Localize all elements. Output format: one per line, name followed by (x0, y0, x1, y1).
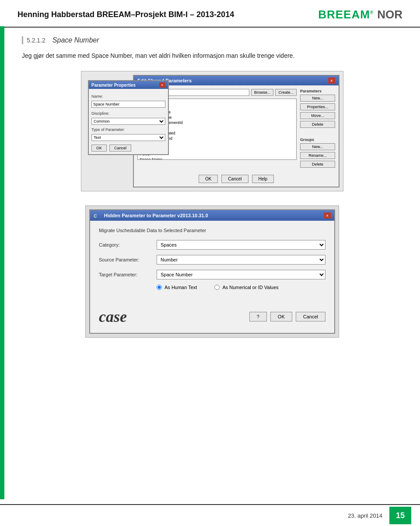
hp-dialog: c Hidden Parameter to Parameter v2013.10… (89, 209, 335, 334)
param-type-label: Type of Parameter: (91, 127, 165, 132)
page-footer: 23. april 2014 15 (0, 504, 420, 526)
esp-parameters-label: Parameters (300, 89, 335, 93)
hp-question-button[interactable]: ? (249, 312, 267, 321)
param-props-dialog: Parameter Properties × Name: Discipline:… (88, 80, 169, 155)
esp-footer-cancel-button[interactable]: Cancel (221, 175, 248, 183)
hp-header-icon: c (94, 212, 97, 219)
body-text: Jeg gjør det samme med Space Number, man… (22, 51, 402, 60)
section-number: 5.2.1.2 (27, 37, 46, 44)
breeam-logo-nor: NOR (377, 8, 402, 21)
header: Henning Habberstad BREEAM–Prosjekt BIM-I… (0, 0, 420, 28)
hp-radio-human-input[interactable] (157, 285, 162, 290)
left-accent-bar (0, 26, 4, 499)
hp-category-label: Category: (99, 242, 151, 247)
param-discipline-label: Discipline: (91, 111, 165, 116)
param-cancel-button[interactable]: Cancel (109, 145, 131, 152)
hp-category-row: Category: Spaces (99, 240, 326, 250)
hp-source-select[interactable]: Number (157, 255, 326, 265)
hp-category-select[interactable]: Spaces (157, 240, 326, 250)
esp-rename-button[interactable]: Rename... (300, 152, 335, 159)
hp-radio-human-text[interactable]: As Human Text (157, 285, 197, 290)
esp-right-panel: Parameters New... Properties... Move... … (300, 89, 335, 169)
esp-group-delete-button[interactable]: Delete (300, 161, 335, 168)
esp-footer-help-button[interactable]: Help (252, 175, 274, 183)
hp-radio-numerical-input[interactable] (214, 285, 220, 290)
esp-new-button[interactable]: New... (300, 95, 335, 102)
esp-browse-button[interactable]: Browse... (251, 89, 274, 96)
param-props-titlebar: Parameter Properties × (89, 81, 168, 89)
esp-delete-button[interactable]: Delete (300, 121, 335, 128)
hp-source-label: Source Parameter: (99, 257, 151, 262)
esp-group-new-button[interactable]: New... (300, 143, 335, 150)
section-title: Space Number (52, 36, 99, 44)
screenshot-container-1: Parameter Properties × Name: Discipline:… (22, 71, 402, 191)
screenshot-2: c Hidden Parameter to Parameter v2013.10… (85, 205, 339, 338)
hp-radio-human-label: As Human Text (164, 285, 197, 290)
screenshot-1: Parameter Properties × Name: Discipline:… (81, 71, 343, 191)
param-discipline-select[interactable]: Common (91, 118, 165, 125)
esp-footer: OK Cancel Help (134, 173, 339, 187)
esp-close-button[interactable]: × (328, 78, 335, 84)
hp-ok-button[interactable]: OK (270, 312, 292, 321)
hp-body: Migrate Uschedulable Data to Selected Pa… (90, 221, 334, 306)
esp-footer-ok-button[interactable]: OK (199, 175, 218, 183)
hp-close-button[interactable]: × (324, 212, 331, 219)
hp-radio-numerical[interactable]: As Numerical or ID Values (214, 285, 278, 290)
hp-target-row: Target Parameter: Space Number (99, 270, 326, 279)
esp-create-button[interactable]: Create... (275, 89, 297, 96)
param-buttons: OK Cancel (91, 145, 165, 152)
hp-source-row: Source Parameter: Number (99, 255, 326, 265)
footer-page-number: 15 (389, 507, 411, 524)
breeam-logo: BREEAM® NOR (318, 8, 402, 21)
esp-move-button[interactable]: Move... (300, 112, 335, 119)
param-ok-button[interactable]: OK (91, 145, 107, 152)
param-props-close-button[interactable]: × (159, 82, 165, 88)
param-name-input[interactable] (91, 101, 165, 108)
hp-case-logo: case (99, 307, 127, 326)
hp-title: Hidden Parameter to Parameter v2013.10.3… (104, 213, 208, 218)
esp-groups-label: Groups (300, 138, 335, 142)
hp-cancel-button[interactable]: Cancel (296, 312, 326, 321)
breeam-logo-text: BREEAM® (318, 8, 374, 21)
hp-target-label: Target Parameter: (99, 272, 151, 277)
param-props-body: Name: Discipline: Common Type of Paramet… (89, 89, 168, 154)
param-props-title: Parameter Properties (91, 83, 136, 88)
main-content: 5.2.1.2 Space Number Jeg gjør det samme … (0, 28, 420, 360)
esp-properties-button[interactable]: Properties... (300, 103, 335, 110)
param-name-label: Name: (91, 94, 165, 99)
list-item[interactable]: Space Name (138, 157, 296, 160)
header-title: Henning Habberstad BREEAM–Prosjekt BIM-I… (18, 10, 234, 19)
hp-target-select[interactable]: Space Number (157, 270, 326, 279)
param-type-select[interactable]: Text (91, 134, 165, 141)
hp-subtitle: Migrate Uschedulable Data to Selected Pa… (99, 228, 326, 233)
hp-radio-row: As Human Text As Numerical or ID Values (99, 285, 326, 290)
section-heading: 5.2.1.2 Space Number (22, 36, 402, 44)
hp-radio-numerical-label: As Numerical or ID Values (222, 285, 278, 290)
screenshot-container-2: c Hidden Parameter to Parameter v2013.10… (22, 205, 402, 338)
footer-date: 23. april 2014 (348, 512, 382, 519)
hp-header: c Hidden Parameter to Parameter v2013.10… (90, 210, 334, 221)
hp-footer-buttons: ? OK Cancel (249, 312, 326, 321)
